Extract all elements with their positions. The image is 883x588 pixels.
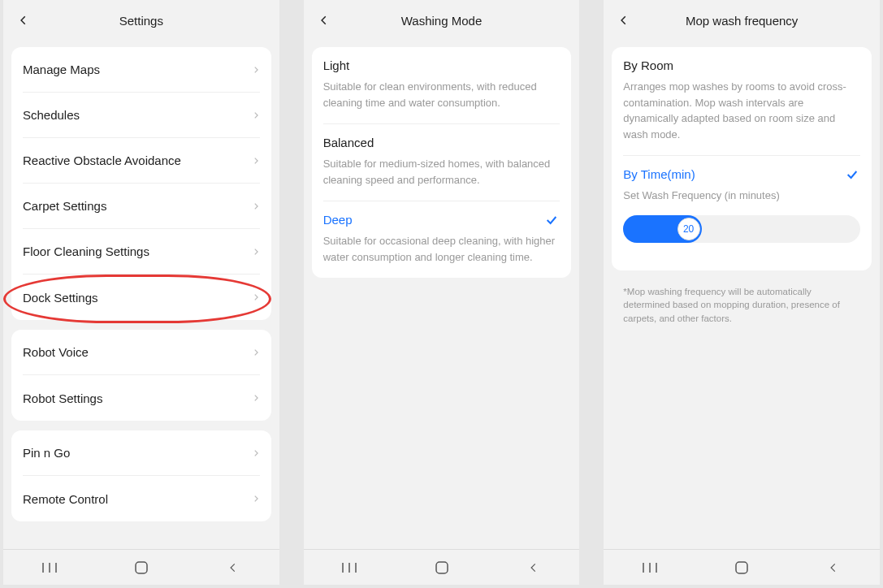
phone-settings: Settings Manage Maps Schedules Reactive … [3, 0, 279, 585]
checkmark-icon [844, 168, 860, 181]
row-label: Manage Maps [23, 63, 100, 76]
row-label: Reactive Obstacle Avoidance [23, 153, 181, 167]
phone-mop-frequency: Mop wash frequency By Room Arranges mop … [604, 0, 880, 585]
option-desc: Suitable for clean environments, with re… [323, 79, 561, 110]
option-title: Deep [323, 213, 353, 227]
footnote-text: *Mop washing frequency will be automatic… [612, 280, 872, 326]
row-schedules[interactable]: Schedules [23, 93, 260, 138]
nav-home-icon[interactable] [725, 560, 758, 575]
row-remote-control[interactable]: Remote Control [23, 476, 260, 521]
row-floor-cleaning[interactable]: Floor Cleaning Settings [23, 229, 260, 275]
android-navbar [604, 549, 880, 585]
settings-group-3: Pin n Go Remote Control [11, 430, 271, 521]
row-label: Carpet Settings [23, 199, 106, 213]
mopfreq-options: By Room Arranges mop washes by rooms to … [612, 47, 872, 270]
nav-recent-icon[interactable] [333, 561, 366, 574]
phone-washing-mode: Washing Mode Light Suitable for clean en… [304, 0, 580, 585]
chevron-right-icon [252, 392, 260, 404]
chevron-right-icon [252, 347, 260, 358]
svg-rect-7 [436, 562, 448, 573]
frequency-slider[interactable]: 20 [623, 204, 860, 257]
android-navbar [304, 549, 580, 585]
option-desc: Suitable for occasional deep cleaning, w… [323, 233, 561, 265]
svg-rect-3 [136, 562, 147, 573]
chevron-right-icon [252, 246, 260, 257]
option-title: Light [323, 58, 350, 72]
back-icon[interactable] [15, 11, 32, 29]
mopfreq-content: By Room Arranges mop washes by rooms to … [604, 41, 880, 549]
row-label: Schedules [23, 108, 80, 122]
settings-content: Manage Maps Schedules Reactive Obstacle … [3, 41, 279, 549]
chevron-right-icon [252, 201, 260, 212]
row-robot-voice[interactable]: Robot Voice [23, 330, 260, 375]
row-dock-settings[interactable]: Dock Settings [23, 275, 260, 320]
chevron-right-icon [252, 64, 260, 76]
row-manage-maps[interactable]: Manage Maps [23, 47, 260, 93]
row-label: Robot Voice [23, 345, 89, 359]
slider-thumb[interactable]: 20 [677, 218, 700, 240]
option-balanced[interactable]: Balanced Suitable for medium-sized homes… [323, 124, 561, 201]
back-icon[interactable] [615, 11, 633, 29]
settings-group-1: Manage Maps Schedules Reactive Obstacle … [11, 47, 271, 320]
option-by-time[interactable]: By Time(min) Set Wash Frequency (in minu… [623, 156, 860, 270]
row-label: Dock Settings [23, 291, 98, 305]
row-carpet-settings[interactable]: Carpet Settings [23, 184, 260, 229]
washing-content: Light Suitable for clean environments, w… [304, 41, 580, 549]
row-pin-n-go[interactable]: Pin n Go [23, 430, 260, 476]
nav-back-icon[interactable] [517, 562, 550, 573]
option-title: By Time(min) [623, 167, 695, 181]
row-label: Robot Settings [23, 391, 102, 405]
row-label: Pin n Go [23, 446, 70, 460]
chevron-right-icon [252, 155, 260, 166]
nav-recent-icon[interactable] [634, 561, 666, 574]
nav-home-icon[interactable] [426, 560, 458, 575]
checkmark-icon [543, 214, 560, 227]
washing-options: Light Suitable for clean environments, w… [312, 47, 572, 278]
page-title: Settings [3, 14, 279, 28]
chevron-right-icon [252, 493, 260, 504]
option-title: By Room [623, 58, 673, 72]
chevron-right-icon [252, 292, 260, 303]
option-deep[interactable]: Deep Suitable for occasional deep cleani… [323, 201, 561, 278]
row-label: Remote Control [23, 492, 108, 506]
page-title: Washing Mode [304, 14, 580, 28]
option-desc: Suitable for medium-sized homes, with ba… [323, 156, 561, 188]
back-icon[interactable] [315, 11, 333, 29]
header: Mop wash frequency [604, 0, 880, 41]
option-desc: Arranges mop washes by rooms to avoid cr… [623, 79, 860, 142]
row-robot-settings[interactable]: Robot Settings [23, 375, 260, 421]
chevron-right-icon [252, 110, 260, 121]
svg-rect-11 [736, 562, 747, 573]
chevron-right-icon [252, 447, 260, 459]
nav-back-icon[interactable] [217, 562, 249, 573]
settings-group-2: Robot Voice Robot Settings [11, 330, 271, 421]
option-by-room[interactable]: By Room Arranges mop washes by rooms to … [623, 47, 860, 156]
header: Washing Mode [304, 0, 580, 41]
option-title: Balanced [323, 136, 374, 149]
page-title: Mop wash frequency [604, 14, 880, 28]
option-light[interactable]: Light Suitable for clean environments, w… [323, 47, 561, 124]
nav-recent-icon[interactable] [33, 561, 66, 574]
row-obstacle-avoidance[interactable]: Reactive Obstacle Avoidance [23, 138, 260, 184]
nav-home-icon[interactable] [125, 560, 158, 575]
android-navbar [3, 549, 279, 585]
option-desc: Set Wash Frequency (in minutes) [623, 188, 860, 204]
row-label: Floor Cleaning Settings [23, 244, 149, 258]
nav-back-icon[interactable] [817, 562, 850, 573]
header: Settings [3, 0, 279, 41]
